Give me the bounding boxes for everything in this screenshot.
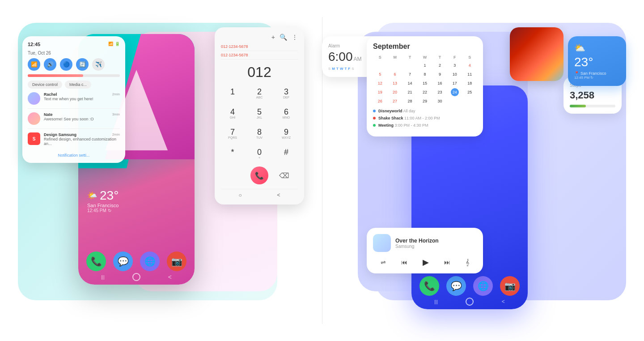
dial-key-hash[interactable]: #: [275, 145, 298, 162]
cal-day-28[interactable]: 28: [406, 97, 414, 105]
dial-key-0[interactable]: 0+: [248, 145, 271, 162]
wifi-toggle[interactable]: 📶: [28, 58, 40, 71]
delete-button[interactable]: ⌫: [277, 169, 291, 182]
media-btn[interactable]: Media c...: [65, 81, 91, 89]
alarm-time-display: 6:00: [328, 50, 353, 64]
dock-chat-right[interactable]: 💬: [446, 276, 466, 296]
alarm-day-t1: T: [336, 67, 339, 71]
cal-day-13[interactable]: 13: [391, 79, 399, 87]
cal-day-26[interactable]: 26: [376, 97, 384, 105]
weather-time-right: 12:45 PM ↻: [574, 76, 620, 80]
dial-key-8[interactable]: 8TUV: [248, 125, 271, 142]
cal-day-20[interactable]: 20: [391, 88, 399, 96]
phone-time: 12:45 PM ↻: [87, 208, 119, 213]
sync-toggle[interactable]: 🔄: [76, 58, 89, 71]
weather-location-right: San Francisco: [580, 71, 606, 76]
dial-key-5[interactable]: 5JKL: [248, 105, 271, 122]
dock-browser-right[interactable]: 🌐: [473, 276, 493, 296]
dock-phone-right[interactable]: 📞: [419, 276, 439, 296]
cal-day-6[interactable]: 6: [391, 70, 399, 78]
cal-day-27[interactable]: 27: [391, 97, 399, 105]
call-button[interactable]: 📞: [250, 166, 268, 184]
brightness-bar[interactable]: [28, 74, 120, 77]
dial-key-4[interactable]: 4GHI: [221, 105, 244, 122]
cal-day-9[interactable]: 9: [436, 70, 444, 78]
dialer-header: + 🔍 ⋮: [221, 34, 298, 41]
cal-day-2[interactable]: 2: [436, 61, 444, 69]
shuffle-button[interactable]: ⇌: [381, 259, 386, 266]
weather-temp-right: 23°: [574, 55, 620, 69]
dock-chat-icon[interactable]: 💬: [113, 251, 133, 271]
cal-day-8[interactable]: 8: [421, 70, 429, 78]
cal-day-18[interactable]: 18: [466, 79, 474, 87]
cal-day-19[interactable]: 19: [376, 88, 384, 96]
dock-phone-icon[interactable]: 📞: [86, 251, 106, 271]
dial-key-9[interactable]: 9WXYZ: [275, 125, 298, 142]
airplane-toggle[interactable]: ✈️: [92, 58, 105, 71]
dock-browser-icon[interactable]: 🌐: [140, 251, 160, 271]
back-right[interactable]: <: [502, 298, 505, 305]
bluetooth-toggle[interactable]: 🔵: [60, 58, 72, 71]
add-icon[interactable]: +: [271, 34, 275, 41]
cal-day-17[interactable]: 17: [451, 79, 459, 87]
cal-day-10[interactable]: 10: [451, 70, 459, 78]
notif-settings-link[interactable]: Notification setti...: [28, 153, 120, 158]
back-button[interactable]: <: [168, 273, 172, 281]
cal-day-7[interactable]: 7: [406, 70, 414, 78]
dialer-home-btn[interactable]: ○: [238, 192, 242, 198]
notif-header: 12:45 📶 🔋: [28, 42, 120, 47]
location-pin-icon: 📍: [574, 71, 579, 76]
meeting-content: Meeting 3:00 PM - 4:30 PM: [378, 123, 428, 128]
cal-day-16[interactable]: 16: [436, 79, 444, 87]
cal-day-5[interactable]: 5: [376, 70, 384, 78]
phone-temp: 23°: [100, 188, 119, 203]
left-section: 🌤️ 23° San Francisco 12:45 PM ↻ 📞 💬 🌐 📷 …: [9, 9, 313, 332]
disney-title: Disneyworld: [378, 109, 402, 113]
recent-apps-icon: |||: [101, 275, 105, 280]
dial-key-star[interactable]: *: [221, 145, 244, 162]
music-widget: Over the Horizon Samsung ⇌ ⏮ ▶ ⏭ 𝄞: [367, 228, 483, 273]
dial-key-6[interactable]: 6MNO: [275, 105, 298, 122]
home-right[interactable]: [466, 298, 474, 306]
phone-right-dock: 📞 💬 🌐 📷: [411, 276, 528, 296]
more-icon[interactable]: ⋮: [292, 34, 298, 41]
cal-day-29[interactable]: 29: [421, 97, 429, 105]
device-control-btn[interactable]: Device control: [28, 81, 62, 89]
home-button[interactable]: [132, 273, 140, 281]
dock-camera-right[interactable]: 📷: [500, 276, 520, 296]
dial-key-1[interactable]: 1: [221, 85, 244, 102]
notif-date: Tue, Oct 26: [28, 51, 120, 55]
calendar-grid: S M T W T F S 1 2 3 4 5 6 7 8 9 10 11 12…: [373, 54, 477, 105]
lyrics-button[interactable]: 𝄞: [466, 259, 469, 266]
cal-day-14[interactable]: 14: [406, 79, 414, 87]
search-icon[interactable]: 🔍: [280, 34, 287, 41]
cal-day-22[interactable]: 22: [421, 88, 429, 96]
alarm-day-t2: T: [344, 67, 347, 71]
cal-day-30[interactable]: 30: [436, 97, 444, 105]
cal-day-23[interactable]: 23: [436, 88, 444, 96]
cal-header-m: M: [388, 54, 402, 60]
dialer-panel: + 🔍 ⋮ 012·1234-5678 012·1234-5678 012 1 …: [215, 27, 304, 205]
dock-camera-icon[interactable]: 📷: [167, 251, 186, 271]
prev-button[interactable]: ⏮: [401, 259, 407, 266]
dial-key-3[interactable]: 3DEF: [275, 85, 298, 102]
cal-day-12[interactable]: 12: [376, 79, 384, 87]
cal-day-11[interactable]: 11: [466, 70, 474, 78]
nate-avatar: [28, 112, 40, 125]
cal-day-3[interactable]: 3: [451, 61, 459, 69]
dial-key-2[interactable]: 2ABC: [248, 85, 271, 102]
notif-nate-content: Nate 3min Awesome! See you soon :O: [44, 112, 120, 121]
art-widget: [510, 27, 564, 81]
dial-key-7[interactable]: 7PQRS: [221, 125, 244, 142]
dialer-back-btn[interactable]: <: [277, 192, 280, 198]
cal-day-21[interactable]: 21: [406, 88, 414, 96]
cal-day-4[interactable]: 4: [466, 61, 474, 69]
cal-day-24-today[interactable]: 24: [451, 88, 459, 96]
cal-day-1[interactable]: 1: [421, 61, 429, 69]
cal-day-15[interactable]: 15: [421, 79, 429, 87]
disney-time: All day: [403, 109, 415, 113]
play-button[interactable]: ▶: [423, 257, 429, 267]
cal-day-25[interactable]: 25: [466, 88, 474, 96]
sound-toggle[interactable]: 🔊: [44, 58, 56, 71]
next-button[interactable]: ⏭: [444, 259, 450, 266]
